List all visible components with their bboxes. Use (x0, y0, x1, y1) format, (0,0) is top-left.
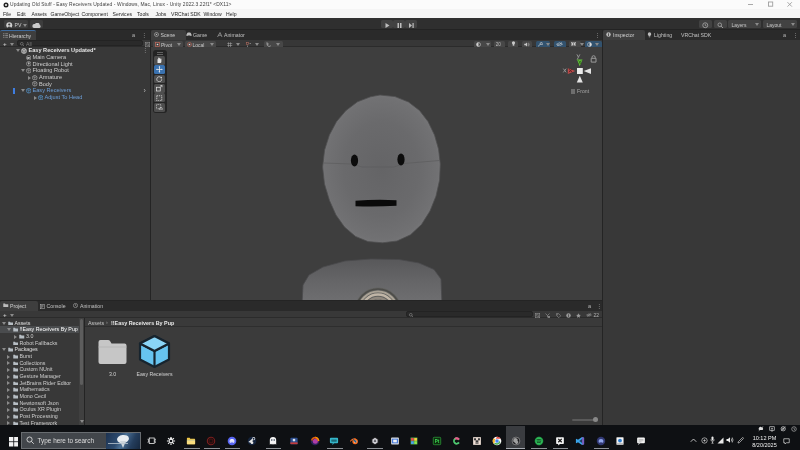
svg-text:Pt: Pt (435, 439, 440, 444)
